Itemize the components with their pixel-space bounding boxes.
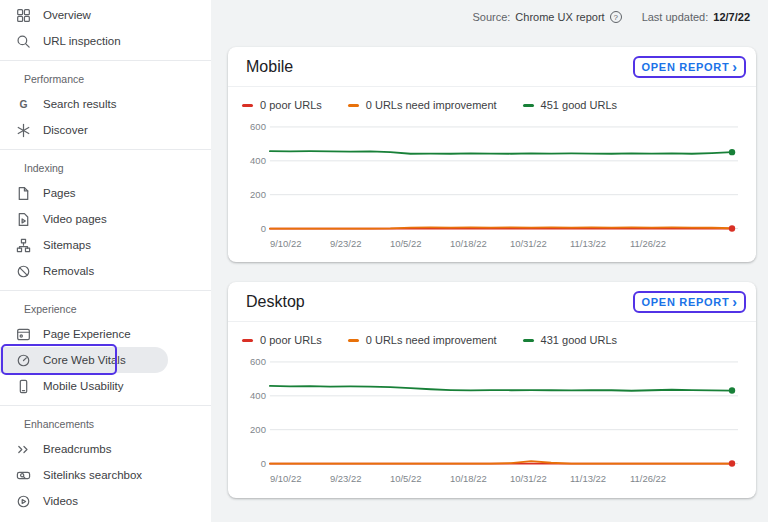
core-web-vitals-chart-desktop: 02004006009/10/229/23/2210/5/2210/18/221… xyxy=(242,350,740,489)
search-icon xyxy=(16,34,31,49)
svg-text:400: 400 xyxy=(250,155,266,166)
sidebar-item-label: URL inspection xyxy=(43,35,121,47)
sidebar-item-label: Sitemaps xyxy=(43,239,91,251)
section-header-label: Experience xyxy=(24,303,77,315)
sidebar-divider xyxy=(0,149,211,150)
open-report-label: OPEN REPORT xyxy=(642,61,730,73)
sidebar-item-overview[interactable]: Overview xyxy=(0,2,211,28)
svg-text:9/10/22: 9/10/22 xyxy=(270,238,302,249)
svg-text:0: 0 xyxy=(261,223,266,234)
legend-label: 0 poor URLs xyxy=(260,334,322,346)
svg-text:10/18/22: 10/18/22 xyxy=(450,474,487,485)
discover-sparkle-icon xyxy=(16,123,31,138)
legend-item-good: 431 good URLs xyxy=(523,334,617,346)
sidebar-divider xyxy=(0,60,211,61)
removals-icon xyxy=(16,264,31,279)
svg-text:G: G xyxy=(19,99,27,110)
svg-text:9/10/22: 9/10/22 xyxy=(270,474,302,485)
svg-text:0: 0 xyxy=(261,458,266,469)
svg-text:10/5/22: 10/5/22 xyxy=(390,474,422,485)
sidebar-section-enhancements: Enhancements xyxy=(0,412,211,436)
overview-icon xyxy=(16,8,31,23)
svg-text:10/18/22: 10/18/22 xyxy=(450,238,487,249)
svg-text:10/31/22: 10/31/22 xyxy=(510,238,547,249)
sidebar-item-label: Breadcrumbs xyxy=(43,443,111,455)
sidebar: Overview URL inspection Performance G Se… xyxy=(0,0,211,522)
sidebar-item-search-results[interactable]: G Search results xyxy=(0,91,211,117)
help-icon[interactable]: ? xyxy=(610,11,622,23)
report-meta-row: Source: Chrome UX report ? Last updated:… xyxy=(228,0,756,23)
svg-text:600: 600 xyxy=(250,356,266,367)
svg-text:400: 400 xyxy=(250,390,266,401)
legend-label: 0 URLs need improvement xyxy=(366,99,497,111)
legend-item-good: 451 good URLs xyxy=(523,99,617,111)
sidebar-divider xyxy=(0,405,211,406)
breadcrumbs-icon xyxy=(16,442,31,457)
open-report-button-mobile[interactable]: OPEN REPORT › xyxy=(642,61,737,73)
core-web-vitals-icon xyxy=(16,353,31,368)
legend-marker-poor xyxy=(242,339,253,342)
source-value: Chrome UX report xyxy=(515,11,604,23)
sidebar-item-label: Removals xyxy=(43,265,94,277)
sidebar-item-breadcrumbs[interactable]: Breadcrumbs xyxy=(0,436,211,462)
sidebar-item-label: Overview xyxy=(43,9,91,21)
chevron-right-icon: › xyxy=(732,297,737,307)
sidebar-item-label: Video pages xyxy=(43,213,107,225)
sidebar-item-videos[interactable]: Videos xyxy=(0,488,211,514)
legend-marker-good xyxy=(523,339,534,342)
sidebar-item-video-pages[interactable]: Video pages xyxy=(0,206,211,232)
section-header-label: Performance xyxy=(24,73,84,85)
desktop-card: Desktop OPEN REPORT › 0 poor URLs 0 URLs… xyxy=(228,282,756,497)
pages-icon xyxy=(16,186,31,201)
video-pages-icon xyxy=(16,212,31,227)
sidebar-item-label: Mobile Usability xyxy=(43,380,124,392)
sidebar-item-label: Sitelinks searchbox xyxy=(43,469,142,481)
sidebar-section-indexing: Indexing xyxy=(0,156,211,180)
last-updated-label: Last updated: xyxy=(642,11,709,23)
sitemaps-icon xyxy=(16,238,31,253)
svg-text:9/23/22: 9/23/22 xyxy=(330,238,362,249)
svg-text:200: 200 xyxy=(250,189,266,200)
chart-legend-desktop: 0 poor URLs 0 URLs need improvement 431 … xyxy=(228,322,756,346)
sidebar-item-label: Videos xyxy=(43,495,78,507)
section-header-label: Enhancements xyxy=(24,418,94,430)
annotation-box-desktop-open-report: OPEN REPORT › xyxy=(633,291,746,313)
legend-label: 0 poor URLs xyxy=(260,99,322,111)
legend-item-need-improvement: 0 URLs need improvement xyxy=(348,334,497,346)
sidebar-item-url-inspection[interactable]: URL inspection xyxy=(0,28,211,54)
google-search-console-app: Overview URL inspection Performance G Se… xyxy=(0,0,768,522)
sidebar-section-experience: Experience xyxy=(0,297,211,321)
legend-marker-poor xyxy=(242,104,253,107)
svg-text:200: 200 xyxy=(250,424,266,435)
source-info: Source: Chrome UX report ? xyxy=(472,11,621,23)
legend-label: 431 good URLs xyxy=(541,334,617,346)
svg-text:9/23/22: 9/23/22 xyxy=(330,474,362,485)
sidebar-item-sitemaps[interactable]: Sitemaps xyxy=(0,232,211,258)
sidebar-item-sitelinks-searchbox[interactable]: Sitelinks searchbox xyxy=(0,462,211,488)
sidebar-item-label: Pages xyxy=(43,187,76,199)
sidebar-item-removals[interactable]: Removals xyxy=(0,258,211,284)
sidebar-item-label: Core Web Vitals xyxy=(43,354,126,366)
open-report-button-desktop[interactable]: OPEN REPORT › xyxy=(642,296,737,308)
card-title-desktop: Desktop xyxy=(246,293,305,311)
legend-label: 451 good URLs xyxy=(541,99,617,111)
card-title-mobile: Mobile xyxy=(246,58,293,76)
sidebar-item-label: Discover xyxy=(43,124,88,136)
source-label: Source: xyxy=(472,11,510,23)
annotation-box-mobile-open-report: OPEN REPORT › xyxy=(633,56,746,78)
sidebar-item-discover[interactable]: Discover xyxy=(0,117,211,143)
chevron-right-icon: › xyxy=(732,62,737,72)
sidebar-item-page-experience[interactable]: Page Experience xyxy=(0,321,211,347)
legend-label: 0 URLs need improvement xyxy=(366,334,497,346)
card-header: Mobile OPEN REPORT › xyxy=(228,47,756,87)
page-experience-icon xyxy=(16,327,31,342)
sidebar-section-performance: Performance xyxy=(0,67,211,91)
svg-text:10/31/22: 10/31/22 xyxy=(510,474,547,485)
sidebar-item-pages[interactable]: Pages xyxy=(0,180,211,206)
sidebar-item-mobile-usability[interactable]: Mobile Usability xyxy=(0,373,211,399)
legend-item-poor: 0 poor URLs xyxy=(242,334,322,346)
sidebar-item-core-web-vitals[interactable]: Core Web Vitals xyxy=(0,347,168,373)
google-g-icon: G xyxy=(16,97,31,112)
svg-text:11/13/22: 11/13/22 xyxy=(570,238,606,249)
videos-icon xyxy=(16,494,31,509)
